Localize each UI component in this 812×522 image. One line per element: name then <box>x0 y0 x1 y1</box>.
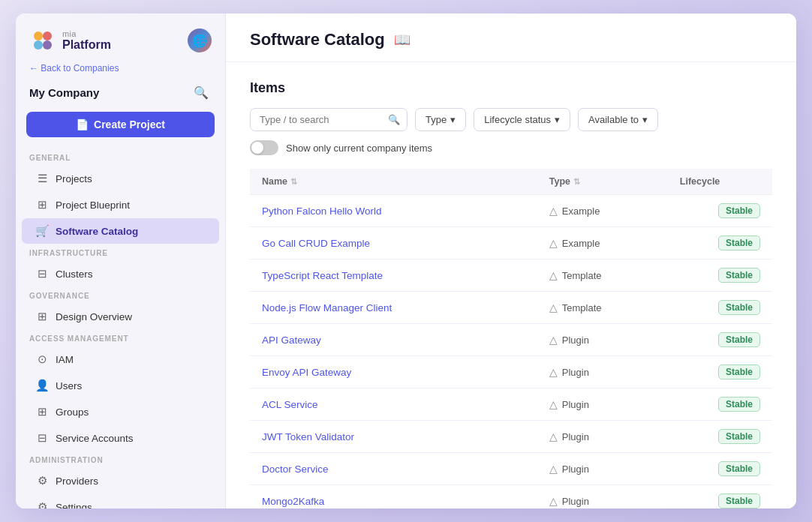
sidebar-item-icon-settings: ⚙ <box>35 500 49 508</box>
table-header: Name ⇅ Type ⇅ Lifecycle <box>250 169 772 195</box>
sidebar-item-icon-groups: ⊞ <box>35 405 49 418</box>
sidebar-item-project-blueprint[interactable]: ⊞Project Blueprint <box>22 192 219 218</box>
app-window: mia Platform 🌐 ← Back to Companies My Co… <box>16 14 796 508</box>
svg-point-3 <box>43 40 52 50</box>
col-name-header: Name ⇅ <box>250 169 537 195</box>
item-name-9[interactable]: Mongo2Kafka <box>262 496 324 507</box>
company-search-icon[interactable]: 🔍 <box>191 84 212 101</box>
sidebar-item-icon-project-blueprint: ⊞ <box>35 198 49 212</box>
sidebar-item-software-catalog[interactable]: 🛒Software Catalog <box>22 218 219 244</box>
item-type-6: Plugin <box>562 399 589 410</box>
lifecycle-filter-button[interactable]: Lifecycle status ▾ <box>474 108 570 131</box>
company-row: My Company 🔍 <box>16 81 225 112</box>
table-row: ACL Service△PluginStable <box>250 388 772 421</box>
item-lifecycle-9: Stable <box>718 494 760 508</box>
sidebar-item-service-accounts[interactable]: ⊟Service Accounts <box>22 425 219 451</box>
item-name-4[interactable]: API Gateway <box>262 334 321 346</box>
item-name-6[interactable]: ACL Service <box>262 399 318 410</box>
col-lifecycle-header: Lifecycle <box>668 169 772 195</box>
page-title: Software Catalog <box>250 30 385 50</box>
sidebar-item-users[interactable]: 👤Users <box>22 373 219 398</box>
sidebar-item-design-overview[interactable]: ⊞Design Overview <box>22 304 219 329</box>
sidebar-item-icon-software-catalog: 🛒 <box>35 224 49 238</box>
sidebar-nav: GENERAL☰Projects⊞Project Blueprint🛒Softw… <box>16 149 225 508</box>
item-lifecycle-0: Stable <box>718 203 760 218</box>
item-name-5[interactable]: Envoy API Gateway <box>262 367 351 378</box>
type-triangle-icon: △ <box>549 398 558 410</box>
sidebar-item-projects[interactable]: ☰Projects <box>22 166 219 191</box>
type-triangle-icon: △ <box>549 334 558 346</box>
sidebar-item-icon-providers: ⚙ <box>35 474 49 488</box>
available-filter-label: Available to <box>588 114 639 125</box>
book-icon[interactable]: 📖 <box>394 32 411 48</box>
type-triangle-icon: △ <box>549 237 558 249</box>
svg-point-2 <box>34 40 43 50</box>
search-input[interactable] <box>250 108 408 131</box>
sidebar-item-icon-iam: ⊙ <box>35 352 49 366</box>
sidebar-item-label-groups: Groups <box>56 406 89 418</box>
table-row: Python Falcon Hello World△ExampleStable <box>250 195 772 227</box>
item-name-3[interactable]: Node.js Flow Manager Client <box>262 302 392 314</box>
available-filter-button[interactable]: Available to ▾ <box>578 108 658 131</box>
sidebar-item-label-projects: Projects <box>56 173 92 184</box>
type-triangle-icon: △ <box>549 302 558 314</box>
item-type-3: Template <box>562 302 602 314</box>
sidebar-item-icon-design-overview: ⊞ <box>35 310 49 323</box>
sidebar-item-providers[interactable]: ⚙Providers <box>22 468 219 494</box>
type-sort-icon[interactable]: ⇅ <box>573 177 580 187</box>
sidebar-item-icon-users: 👤 <box>35 379 49 392</box>
item-type-4: Plugin <box>562 334 589 346</box>
sidebar-item-groups[interactable]: ⊞Groups <box>22 399 219 424</box>
item-name-8[interactable]: Doctor Service <box>262 464 329 475</box>
sidebar-item-icon-service-accounts: ⊟ <box>35 431 49 445</box>
item-type-1: Example <box>562 238 600 249</box>
sidebar-item-label-service-accounts: Service Accounts <box>56 433 134 444</box>
name-sort-icon[interactable]: ⇅ <box>290 177 297 187</box>
section-label-administration: ADMINISTRATION <box>16 452 225 467</box>
table-row: TypeScript React Template△TemplateStable <box>250 260 772 292</box>
company-items-toggle[interactable] <box>250 140 278 155</box>
search-icon: 🔍 <box>388 114 400 125</box>
filter-bar: 🔍 Type ▾ Lifecycle status ▾ Available to… <box>250 108 772 131</box>
type-triangle-icon: △ <box>549 366 558 378</box>
item-name-0[interactable]: Python Falcon Hello World <box>262 206 382 217</box>
catalog-table: Name ⇅ Type ⇅ Lifecycle <box>250 169 772 508</box>
item-type-0: Example <box>562 206 600 217</box>
table-row: Mongo2Kafka△PluginStable <box>250 485 772 509</box>
sidebar-item-label-users: Users <box>56 380 82 392</box>
page-header: Software Catalog 📖 <box>226 14 796 62</box>
back-to-companies-link[interactable]: ← Back to Companies <box>16 60 225 81</box>
item-type-7: Plugin <box>562 431 589 442</box>
svg-point-1 <box>43 32 52 40</box>
catalog-table-body: Python Falcon Hello World△ExampleStableG… <box>250 195 772 509</box>
available-filter-chevron: ▾ <box>642 114 648 125</box>
globe-icon[interactable]: 🌐 <box>188 28 212 52</box>
item-lifecycle-3: Stable <box>718 300 760 315</box>
table-row: Node.js Flow Manager Client△TemplateStab… <box>250 292 772 324</box>
type-triangle-icon: △ <box>549 463 558 475</box>
sidebar-item-iam[interactable]: ⊙IAM <box>22 346 219 372</box>
create-project-label: Create Project <box>94 118 165 130</box>
type-filter-label: Type <box>426 114 447 125</box>
sidebar-item-icon-projects: ☰ <box>35 172 49 185</box>
search-input-wrap: 🔍 <box>250 108 408 131</box>
item-lifecycle-2: Stable <box>718 268 760 283</box>
item-type-2: Template <box>562 270 602 281</box>
sidebar-item-clusters[interactable]: ⊟Clusters <box>22 261 219 286</box>
item-lifecycle-5: Stable <box>718 364 760 380</box>
item-name-1[interactable]: Go Call CRUD Example <box>262 238 370 249</box>
item-name-7[interactable]: JWT Token Validator <box>262 431 354 442</box>
item-lifecycle-8: Stable <box>718 461 760 476</box>
items-label: Items <box>250 80 772 96</box>
main-content: Software Catalog 📖 Items 🔍 Type ▾ Lifecy… <box>226 14 796 508</box>
sidebar-item-settings[interactable]: ⚙Settings <box>22 494 219 508</box>
item-name-2[interactable]: TypeScript React Template <box>262 270 383 281</box>
section-label-general: GENERAL <box>16 149 225 165</box>
table-row: JWT Token Validator△PluginStable <box>250 421 772 453</box>
sidebar-item-label-design-overview: Design Overview <box>56 311 132 322</box>
lifecycle-filter-label: Lifecycle status <box>484 114 551 125</box>
type-triangle-icon: △ <box>549 430 558 442</box>
create-project-button[interactable]: 📄 Create Project <box>26 112 215 137</box>
type-triangle-icon: △ <box>549 205 558 217</box>
type-filter-button[interactable]: Type ▾ <box>415 108 466 131</box>
